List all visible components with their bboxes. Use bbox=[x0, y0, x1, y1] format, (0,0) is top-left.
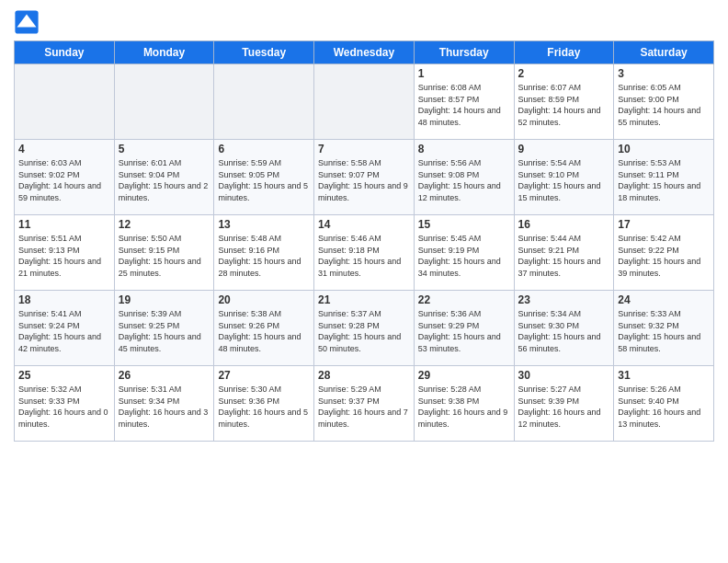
day-number: 22 bbox=[418, 293, 510, 306]
calendar-cell: 16Sunrise: 5:44 AMSunset: 9:21 PMDayligh… bbox=[514, 215, 614, 291]
day-number: 26 bbox=[119, 369, 210, 382]
day-number: 28 bbox=[318, 369, 410, 382]
calendar-cell bbox=[15, 64, 115, 140]
calendar-cell: 5Sunrise: 6:01 AMSunset: 9:04 PMDaylight… bbox=[114, 140, 214, 215]
day-info: Sunrise: 5:33 AMSunset: 9:32 PMDaylight:… bbox=[618, 308, 710, 354]
calendar-cell bbox=[114, 64, 214, 140]
day-number: 14 bbox=[318, 218, 410, 231]
header bbox=[14, 9, 714, 35]
day-number: 6 bbox=[218, 143, 310, 155]
day-info: Sunrise: 6:07 AMSunset: 8:59 PMDaylight:… bbox=[518, 82, 610, 128]
calendar-cell: 20Sunrise: 5:38 AMSunset: 9:26 PMDayligh… bbox=[214, 291, 314, 366]
day-number: 1 bbox=[418, 67, 510, 80]
calendar-cell: 8Sunrise: 5:56 AMSunset: 9:08 PMDaylight… bbox=[414, 140, 514, 215]
day-info: Sunrise: 5:32 AMSunset: 9:33 PMDaylight:… bbox=[18, 384, 110, 430]
day-number: 5 bbox=[119, 143, 210, 155]
day-info: Sunrise: 5:30 AMSunset: 9:36 PMDaylight:… bbox=[218, 384, 310, 430]
calendar-cell: 29Sunrise: 5:28 AMSunset: 9:38 PMDayligh… bbox=[414, 366, 514, 442]
calendar-table: SundayMondayTuesdayWednesdayThursdayFrid… bbox=[14, 40, 714, 442]
week-row-4: 18Sunrise: 5:41 AMSunset: 9:24 PMDayligh… bbox=[15, 291, 714, 366]
week-row-1: 1Sunrise: 6:08 AMSunset: 8:57 PMDaylight… bbox=[15, 64, 714, 140]
calendar-cell: 28Sunrise: 5:29 AMSunset: 9:37 PMDayligh… bbox=[314, 366, 415, 442]
calendar-cell: 10Sunrise: 5:53 AMSunset: 9:11 PMDayligh… bbox=[614, 140, 714, 215]
calendar-cell: 19Sunrise: 5:39 AMSunset: 9:25 PMDayligh… bbox=[114, 291, 214, 366]
day-number: 17 bbox=[618, 218, 710, 231]
day-number: 12 bbox=[119, 218, 210, 231]
calendar-cell: 22Sunrise: 5:36 AMSunset: 9:29 PMDayligh… bbox=[414, 291, 514, 366]
calendar-cell: 4Sunrise: 6:03 AMSunset: 9:02 PMDaylight… bbox=[15, 140, 115, 215]
calendar-cell bbox=[314, 64, 415, 140]
day-info: Sunrise: 5:37 AMSunset: 9:28 PMDaylight:… bbox=[318, 308, 410, 354]
day-number: 24 bbox=[618, 293, 710, 306]
weekday-tuesday: Tuesday bbox=[214, 41, 314, 64]
day-number: 19 bbox=[119, 293, 210, 306]
day-number: 2 bbox=[518, 67, 610, 80]
day-info: Sunrise: 6:05 AMSunset: 9:00 PMDaylight:… bbox=[618, 82, 710, 128]
calendar-cell: 21Sunrise: 5:37 AMSunset: 9:28 PMDayligh… bbox=[314, 291, 415, 366]
calendar-cell: 23Sunrise: 5:34 AMSunset: 9:30 PMDayligh… bbox=[514, 291, 614, 366]
day-info: Sunrise: 5:45 AMSunset: 9:19 PMDaylight:… bbox=[418, 233, 510, 279]
page-container: SundayMondayTuesdayWednesdayThursdayFrid… bbox=[0, 0, 728, 451]
day-info: Sunrise: 5:50 AMSunset: 9:15 PMDaylight:… bbox=[119, 233, 210, 279]
day-info: Sunrise: 5:56 AMSunset: 9:08 PMDaylight:… bbox=[418, 157, 510, 203]
day-info: Sunrise: 5:54 AMSunset: 9:10 PMDaylight:… bbox=[518, 157, 610, 203]
logo-icon bbox=[14, 9, 40, 35]
calendar-cell: 3Sunrise: 6:05 AMSunset: 9:00 PMDaylight… bbox=[614, 64, 714, 140]
day-info: Sunrise: 5:34 AMSunset: 9:30 PMDaylight:… bbox=[518, 308, 610, 354]
day-number: 20 bbox=[218, 293, 310, 306]
weekday-thursday: Thursday bbox=[414, 41, 514, 64]
day-number: 11 bbox=[18, 218, 110, 231]
day-number: 31 bbox=[618, 369, 710, 382]
day-number: 4 bbox=[18, 143, 110, 155]
calendar-cell: 11Sunrise: 5:51 AMSunset: 9:13 PMDayligh… bbox=[15, 215, 115, 291]
day-info: Sunrise: 5:29 AMSunset: 9:37 PMDaylight:… bbox=[318, 384, 410, 430]
calendar-cell: 25Sunrise: 5:32 AMSunset: 9:33 PMDayligh… bbox=[15, 366, 115, 442]
day-info: Sunrise: 5:36 AMSunset: 9:29 PMDaylight:… bbox=[418, 308, 510, 354]
weekday-header-row: SundayMondayTuesdayWednesdayThursdayFrid… bbox=[15, 41, 714, 64]
day-info: Sunrise: 5:42 AMSunset: 9:22 PMDaylight:… bbox=[618, 233, 710, 279]
day-number: 30 bbox=[518, 369, 610, 382]
calendar-cell: 12Sunrise: 5:50 AMSunset: 9:15 PMDayligh… bbox=[114, 215, 214, 291]
calendar-cell: 17Sunrise: 5:42 AMSunset: 9:22 PMDayligh… bbox=[614, 215, 714, 291]
day-number: 18 bbox=[18, 293, 110, 306]
day-info: Sunrise: 5:53 AMSunset: 9:11 PMDaylight:… bbox=[618, 157, 710, 203]
calendar-cell: 13Sunrise: 5:48 AMSunset: 9:16 PMDayligh… bbox=[214, 215, 314, 291]
weekday-saturday: Saturday bbox=[614, 41, 714, 64]
calendar-cell: 31Sunrise: 5:26 AMSunset: 9:40 PMDayligh… bbox=[614, 366, 714, 442]
calendar-cell: 30Sunrise: 5:27 AMSunset: 9:39 PMDayligh… bbox=[514, 366, 614, 442]
day-info: Sunrise: 5:44 AMSunset: 9:21 PMDaylight:… bbox=[518, 233, 610, 279]
day-number: 25 bbox=[18, 369, 110, 382]
day-number: 29 bbox=[418, 369, 510, 382]
day-info: Sunrise: 6:01 AMSunset: 9:04 PMDaylight:… bbox=[119, 157, 210, 203]
day-number: 27 bbox=[218, 369, 310, 382]
calendar-cell: 9Sunrise: 5:54 AMSunset: 9:10 PMDaylight… bbox=[514, 140, 614, 215]
day-number: 15 bbox=[418, 218, 510, 231]
week-row-2: 4Sunrise: 6:03 AMSunset: 9:02 PMDaylight… bbox=[15, 140, 714, 215]
calendar-cell: 24Sunrise: 5:33 AMSunset: 9:32 PMDayligh… bbox=[614, 291, 714, 366]
week-row-3: 11Sunrise: 5:51 AMSunset: 9:13 PMDayligh… bbox=[15, 215, 714, 291]
day-info: Sunrise: 5:28 AMSunset: 9:38 PMDaylight:… bbox=[418, 384, 510, 430]
day-info: Sunrise: 5:27 AMSunset: 9:39 PMDaylight:… bbox=[518, 384, 610, 430]
day-info: Sunrise: 6:03 AMSunset: 9:02 PMDaylight:… bbox=[18, 157, 110, 203]
day-number: 23 bbox=[518, 293, 610, 306]
calendar-cell: 27Sunrise: 5:30 AMSunset: 9:36 PMDayligh… bbox=[214, 366, 314, 442]
day-info: Sunrise: 5:31 AMSunset: 9:34 PMDaylight:… bbox=[119, 384, 210, 430]
day-info: Sunrise: 6:08 AMSunset: 8:57 PMDaylight:… bbox=[418, 82, 510, 128]
week-row-5: 25Sunrise: 5:32 AMSunset: 9:33 PMDayligh… bbox=[15, 366, 714, 442]
day-number: 13 bbox=[218, 218, 310, 231]
day-info: Sunrise: 5:46 AMSunset: 9:18 PMDaylight:… bbox=[318, 233, 410, 279]
weekday-wednesday: Wednesday bbox=[314, 41, 415, 64]
day-info: Sunrise: 5:39 AMSunset: 9:25 PMDaylight:… bbox=[119, 308, 210, 354]
day-number: 10 bbox=[618, 143, 710, 155]
day-number: 9 bbox=[518, 143, 610, 155]
day-number: 3 bbox=[618, 67, 710, 80]
calendar-cell: 2Sunrise: 6:07 AMSunset: 8:59 PMDaylight… bbox=[514, 64, 614, 140]
day-number: 7 bbox=[318, 143, 410, 155]
weekday-sunday: Sunday bbox=[15, 41, 115, 64]
calendar-cell: 6Sunrise: 5:59 AMSunset: 9:05 PMDaylight… bbox=[214, 140, 314, 215]
day-info: Sunrise: 5:51 AMSunset: 9:13 PMDaylight:… bbox=[18, 233, 110, 279]
day-info: Sunrise: 5:48 AMSunset: 9:16 PMDaylight:… bbox=[218, 233, 310, 279]
day-info: Sunrise: 5:38 AMSunset: 9:26 PMDaylight:… bbox=[218, 308, 310, 354]
calendar-cell: 18Sunrise: 5:41 AMSunset: 9:24 PMDayligh… bbox=[15, 291, 115, 366]
calendar-cell: 14Sunrise: 5:46 AMSunset: 9:18 PMDayligh… bbox=[314, 215, 415, 291]
